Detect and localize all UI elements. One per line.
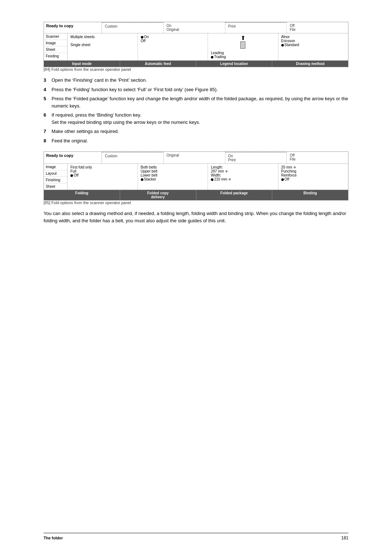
figure84-wrapper: Ready to copy Custom On Original Print O…: [44, 22, 348, 72]
arrow-up-icon: ⬆: [241, 35, 245, 41]
stepper1: ❖: [225, 170, 228, 173]
step6-num: 6: [44, 112, 52, 126]
panel85-c4r4: Off: [281, 177, 346, 181]
step-item-4: 4 Press the ‘Folding’ function key to se…: [44, 86, 348, 93]
panel85-body-col1: First fold only Full Off: [68, 164, 138, 190]
panel85-c4r2: Punching: [281, 169, 346, 173]
panel84-top-cols: Custom On Original Print Off File: [102, 22, 348, 33]
panel85-c1r1: First fold only: [70, 165, 135, 169]
panel84-body-col3: ⬆ Leading Trailing: [208, 33, 278, 60]
footer85-cell2: Folded copydelivery: [120, 190, 196, 200]
footer84-cell2: Automatic feed: [120, 61, 196, 67]
panel85-c2r1: Both belts: [141, 165, 205, 169]
panel85-c1r3: Off: [70, 173, 135, 177]
panel85-col-print: On Print: [225, 152, 287, 163]
panel85-col4-text: File: [290, 157, 345, 161]
panel85-body-col3: Length: 297 mm ❖ Width: 210 mm ❖: [208, 164, 278, 190]
step-item-8: 8 Feed the original.: [44, 137, 348, 145]
panel84-sidebar: Scanner Image Sheet Feeding: [44, 33, 68, 60]
panel84-footer: Input mode Automatic feed Legend locatio…: [44, 60, 348, 67]
stepper3: ❖: [293, 166, 296, 169]
radio-stacker: [141, 178, 143, 181]
step-item-7: 7 Make other settings as required.: [44, 128, 348, 135]
panel84-col-print: Print: [225, 22, 287, 33]
panel84-c4r3: Standard: [281, 43, 346, 47]
panel85-c4r3: Reinforce: [281, 173, 346, 177]
step4-text: Press the ‘Folding’ function key to sele…: [52, 86, 348, 93]
step-item-6: 6 If required, press the ‘Binding’ funct…: [44, 112, 348, 126]
footer84-cell1: Input mode: [44, 61, 120, 67]
ready-label: Ready to copy: [46, 24, 73, 28]
step7-num: 7: [44, 128, 52, 135]
footer85-cell4: Binding: [272, 190, 348, 200]
figure85-wrapper: Ready to copy Custom Original On Print O…: [44, 151, 348, 205]
panel84-c3r0: ⬆: [211, 35, 275, 50]
panel84-c1r3: Single sheet: [70, 43, 135, 47]
panel85-col2-text: Original: [167, 153, 222, 157]
footer-label: The folder: [44, 536, 63, 540]
sidebar84-item3: Sheet: [44, 46, 67, 53]
panel84-c2r2: Off: [141, 39, 205, 43]
panel85-col4-sub: Off: [290, 153, 345, 157]
stepper2: ❖: [228, 178, 231, 181]
panel84-col-original: On Original: [164, 22, 225, 33]
panel84-col1-text: Custom: [105, 24, 160, 28]
panel84-c3r1: Leading: [211, 51, 275, 55]
footer84-cell3: Legend location: [196, 61, 273, 67]
footer84-cell4: Drawing method: [272, 61, 348, 67]
footer85-cell1: Folding: [44, 190, 120, 200]
panel85-sidebar: Image Layout Finishing Sheet: [44, 164, 68, 190]
panel85-body: Image Layout Finishing Sheet First fold …: [44, 164, 348, 190]
radio-off1: [70, 174, 73, 177]
sidebar84-item4: Feeding: [44, 53, 67, 59]
panel84-c4r1: Afnor: [281, 35, 346, 39]
panel85-col-original: Original: [164, 152, 225, 163]
sidebar85-item4: Sheet: [44, 183, 67, 190]
figure84-panel: Ready to copy Custom On Original Print O…: [44, 22, 348, 67]
sidebar85-item3: Finishing: [44, 177, 67, 183]
panel85-footer: Folding Folded copydelivery Folded packa…: [44, 190, 348, 200]
panel84-top-row: Ready to copy Custom On Original Print O…: [44, 22, 348, 33]
step6-text: If required, press the ‘Binding’ functio…: [52, 112, 348, 126]
footer85-cell3: Folded package: [196, 190, 273, 200]
panel85-c3r1: Length:: [211, 165, 275, 169]
ready85-label: Ready to copy: [46, 153, 73, 158]
step-item-5: 5 Press the ‘Folded package’ function ke…: [44, 95, 348, 109]
panel85-c3r4: 210 mm ❖: [211, 177, 275, 181]
radio-trailing: [211, 56, 213, 58]
panel84-cols: Multiple sheets Single sheet On Off ⬆ Le…: [68, 33, 348, 60]
step3-num: 3: [44, 77, 52, 84]
step5-num: 5: [44, 95, 52, 109]
step4-num: 4: [44, 86, 52, 93]
radio-on: [141, 36, 143, 39]
panel84-col3-text: Print: [228, 24, 284, 28]
panel84-col4-text: File: [290, 28, 345, 32]
panel85-ready: Ready to copy: [44, 152, 102, 163]
step7-text: Make other settings as required.: [52, 128, 348, 135]
panel85-top-cols: Custom Original On Print Off File: [102, 152, 348, 163]
panel84-c1r1: Multiple sheets: [70, 35, 135, 39]
panel85-c4r1: 20 mm ❖: [281, 165, 346, 169]
panel84-c2r1: On: [141, 35, 205, 39]
step5-text: Press the ‘Folded package’ function key …: [52, 95, 348, 109]
step8-text: Feed the original.: [52, 137, 348, 145]
panel84-ready: Ready to copy: [44, 22, 102, 33]
panel85-c2r3: Lower belt: [141, 173, 205, 177]
radio-210: [211, 178, 213, 181]
panel85-col3-text: Print: [228, 158, 284, 162]
radio-standard: [281, 44, 284, 46]
panel84-body-col2: On Off: [138, 33, 208, 60]
panel85-cols: First fold only Full Off Both belts Uppe…: [68, 164, 348, 190]
closing-para: You can also select a drawing method and…: [44, 210, 348, 224]
panel84-c1r2: [70, 39, 135, 43]
panel85-col-file: Off File: [287, 152, 348, 163]
sidebar85-item1: Image: [44, 164, 67, 170]
panel85-top-row: Ready to copy Custom Original On Print O…: [44, 152, 348, 164]
panel84-col-custom: Custom: [102, 22, 164, 33]
sidebar85-item2: Layout: [44, 170, 67, 177]
panel85-c1r2: Full: [70, 169, 135, 173]
panel84-col2-sub: On: [167, 24, 222, 28]
footer-page: 181: [341, 535, 348, 540]
panel84-c3r2: Trailing: [211, 55, 275, 59]
radio-off2: [281, 178, 284, 181]
